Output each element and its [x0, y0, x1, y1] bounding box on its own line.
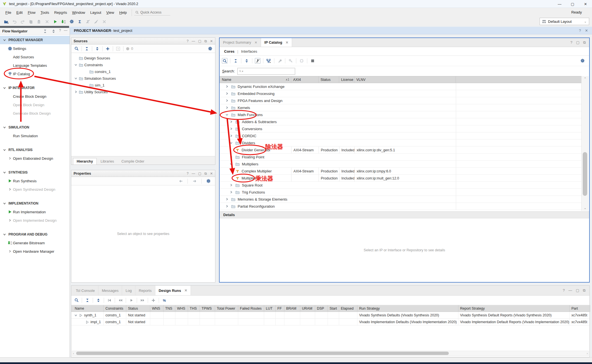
expand-all-button[interactable] — [94, 46, 100, 52]
ip-row-complex-multiplier[interactable]: Complex MultiplierAXI4-StreamProductionI… — [220, 168, 581, 175]
source-item-utility-sources[interactable]: Utility Sources — [71, 88, 215, 95]
runs-col-uram[interactable]: URAM — [300, 305, 315, 312]
help-icon[interactable]: ? — [579, 28, 581, 33]
generate-bitstream-button[interactable]: 0110 — [61, 19, 66, 25]
flow-item-open-elaborated-design[interactable]: Open Elaborated Design — [0, 154, 70, 163]
ip-search-box[interactable]: ▾ — [237, 68, 295, 75]
settings-button[interactable] — [69, 19, 74, 25]
runs-col-lut[interactable]: LUT — [264, 305, 276, 312]
quick-access-input[interactable] — [140, 10, 168, 15]
flow-item-open-block-design[interactable]: Open Block Design — [0, 101, 70, 109]
runs-col-dsp[interactable]: DSP — [315, 305, 328, 312]
menu-edit[interactable]: Edit — [14, 9, 25, 16]
maximize-icon[interactable]: ▢ — [198, 39, 201, 43]
menu-tools[interactable]: Tools — [38, 9, 52, 16]
scroll-thumb[interactable] — [583, 152, 587, 196]
source-item-simulation-sources[interactable]: Simulation Sources — [71, 75, 215, 82]
ip-row-fpga-features-and-design[interactable]: FPGA Features and Design — [220, 97, 581, 104]
ip-row-adders-subtracters[interactable]: Adders & Subtracters — [220, 118, 581, 125]
settings-gear-button[interactable] — [207, 46, 213, 51]
group-view-button[interactable] — [266, 58, 271, 64]
open-project-button[interactable] — [3, 19, 9, 25]
minimize-icon[interactable]: — — [64, 28, 68, 34]
scroll-up-icon[interactable]: ⌃ — [582, 77, 589, 81]
flow-section-header-simulation[interactable]: SIMULATION — [0, 123, 70, 132]
close-icon[interactable]: ✕ — [210, 39, 213, 43]
runs-col-tpws[interactable]: TPWS — [200, 305, 215, 312]
flow-item-open-synthesized-design[interactable]: Open Synthesized Design — [0, 185, 70, 194]
settings-gear-button[interactable] — [206, 178, 211, 184]
flow-item-open-implemented-design[interactable]: Open Implemented Design — [0, 216, 70, 225]
flow-item-run-synthesis[interactable]: Run Synthesis — [0, 177, 70, 185]
flow-item-generate-bitstream[interactable]: 0110 Generate Bitstream — [0, 239, 70, 247]
float-icon[interactable]: ⧉ — [583, 288, 586, 293]
tab-ip-catalog[interactable]: IP Catalog✕ — [261, 38, 292, 47]
runs-cell-name[interactable]: synth_1 — [73, 312, 104, 319]
tab-libraries[interactable]: Libraries — [97, 158, 118, 165]
expand-all-button[interactable] — [51, 28, 56, 34]
run-row-impl-1[interactable]: impl_1constrs_1Not startedVivado Impleme… — [71, 319, 589, 325]
layout-selector[interactable]: Default Layout ⌄ — [540, 18, 589, 25]
add-sources-button[interactable] — [105, 46, 111, 52]
ip-row-embedded-processing[interactable]: Embedded Processing — [220, 90, 581, 97]
flow-item-open-hardware-manager[interactable]: Open Hardware Manager — [0, 247, 70, 256]
ip-search-input[interactable] — [244, 69, 295, 74]
runs-col-whs[interactable]: WHS — [175, 305, 188, 312]
help-icon[interactable]: ? — [187, 172, 189, 176]
float-icon[interactable]: ⧉ — [583, 40, 586, 45]
menu-help[interactable]: Help — [117, 9, 129, 16]
close-icon[interactable]: ✕ — [210, 172, 213, 176]
tab-interfaces[interactable]: Interfaces — [241, 49, 257, 54]
ip-row-math-functions[interactable]: Math Functions — [220, 111, 581, 118]
settings-gear-button[interactable] — [580, 58, 585, 64]
close-icon[interactable]: ✕ — [286, 41, 288, 45]
flow-section-header-ip-integrator[interactable]: IP INTEGRATOR — [0, 84, 70, 92]
runs-col-start[interactable]: Start — [328, 305, 339, 312]
close-icon[interactable]: ✕ — [255, 41, 257, 45]
scroll-right-icon[interactable]: › — [587, 352, 588, 355]
ip-col-name[interactable]: Name∧1 — [220, 76, 291, 83]
collapse-all-button[interactable] — [42, 28, 48, 34]
help-icon[interactable]: ? — [570, 40, 572, 45]
flow-section-header-program-and-debug[interactable]: PROGRAM AND DEBUG — [0, 230, 70, 239]
menu-reports[interactable]: Reports — [52, 9, 70, 16]
maximize-icon[interactable]: ▢ — [576, 288, 579, 293]
source-item-constrs-1[interactable]: constrs_1 — [71, 68, 215, 75]
runs-cell-name[interactable]: impl_1 — [73, 319, 104, 325]
scroll-left-icon[interactable]: ‹ — [73, 352, 74, 355]
minimize-icon[interactable]: — — [568, 288, 572, 293]
ip-row-conversions[interactable]: Conversions — [220, 125, 581, 132]
horizontal-scrollbar[interactable]: ‹ › — [72, 351, 589, 356]
runs-col-constraints[interactable]: Constraints — [104, 305, 126, 312]
scroll-down-icon[interactable]: ⌄ — [582, 206, 589, 210]
runs-col-name[interactable]: Name — [73, 305, 104, 312]
menu-layout[interactable]: Layout — [88, 9, 104, 16]
close-icon[interactable]: ✕ — [585, 28, 588, 33]
flow-section-header-synthesis[interactable]: SYNTHESIS — [0, 168, 70, 177]
runs-col-elapsed[interactable]: Elapsed — [339, 305, 357, 312]
ip-row-dynamic-function-exchange[interactable]: Dynamic Function eXchange — [220, 83, 581, 90]
report-button[interactable]: Σ — [77, 19, 83, 25]
minimize-button[interactable]: — — [553, 0, 566, 8]
vertical-scrollbar[interactable]: ⌃ ⌄ — [581, 76, 589, 211]
search-button[interactable] — [222, 58, 227, 64]
minimize-icon[interactable]: — — [192, 172, 195, 176]
runs-col-ff[interactable]: FF — [276, 305, 284, 312]
ip-row-partial-reconfiguration[interactable]: Partial Reconfiguration — [220, 203, 581, 210]
flow-item-ip-catalog[interactable]: IP Catalog — [0, 70, 70, 78]
collapse-all-button[interactable] — [85, 298, 90, 303]
help-icon[interactable]: ? — [563, 288, 565, 293]
ip-col-status[interactable]: Status — [319, 76, 339, 83]
tab-messages[interactable]: Messages — [98, 286, 122, 295]
flow-section-header-project-manager[interactable]: PROJECT MANAGER — [0, 36, 70, 44]
source-item-constraints[interactable]: Constraints — [71, 61, 215, 68]
runs-col-ths[interactable]: THS — [188, 305, 200, 312]
runs-col-bram[interactable]: BRAM — [284, 305, 300, 312]
minimize-icon[interactable]: — — [192, 39, 195, 43]
runs-col-run-strategy[interactable]: Run Strategy — [357, 305, 458, 312]
pin-filter-button[interactable] — [255, 58, 260, 64]
menu-file[interactable]: File — [3, 9, 14, 16]
runs-col-part[interactable]: Part — [570, 305, 590, 312]
menu-window[interactable]: Window — [70, 9, 88, 16]
flow-item-run-simulation[interactable]: Run Simulation — [0, 132, 70, 140]
